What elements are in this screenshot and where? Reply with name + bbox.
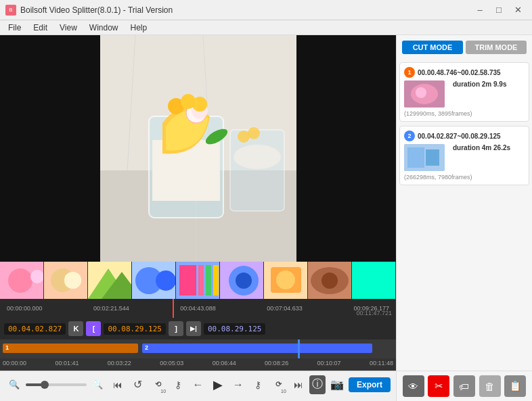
zoom-slider-handle[interactable] xyxy=(41,381,49,389)
svg-point-36 xyxy=(236,273,252,289)
menu-help[interactable]: Help xyxy=(125,22,153,34)
key-right-button[interactable]: ⚷ xyxy=(250,375,267,395)
segment-bar-2 xyxy=(142,344,372,353)
rewind-button[interactable]: ↺ xyxy=(129,375,147,395)
step-back-button[interactable]: ⟲ 10 xyxy=(149,375,167,395)
segment-duration-1: duration 2m 9.9s xyxy=(453,80,506,88)
menu-edit[interactable]: Edit xyxy=(28,22,53,34)
segment-badge-1: 1 xyxy=(404,67,415,78)
svg-rect-31 xyxy=(198,265,204,296)
timeline-marker-2: 00:04:43.088 xyxy=(180,305,216,312)
bracket-open-button[interactable]: [ xyxy=(86,321,101,336)
arrow-left-button[interactable]: ← xyxy=(190,375,207,395)
play-button[interactable]: ▶ xyxy=(209,375,227,395)
info-button[interactable]: ⓘ xyxy=(309,375,326,394)
step-fwd-button[interactable]: ⟳ 10 xyxy=(269,375,287,395)
filmstrip-cell-8 xyxy=(308,262,352,299)
filmstrip-cell-4 xyxy=(132,262,176,299)
segment-bar-1 xyxy=(3,344,138,353)
app-icon: B xyxy=(5,5,16,16)
clip-button[interactable]: 📋 xyxy=(504,375,526,397)
segment-card-1: 1 00.00.48.746~00.02.58.735 duration 2m … xyxy=(399,62,529,122)
segment-footer-2: (266298ms, 7980frames) xyxy=(404,174,525,181)
svg-rect-32 xyxy=(206,265,211,296)
svg-rect-24 xyxy=(64,272,81,289)
cut-button[interactable]: ✂ xyxy=(428,375,449,397)
preview-button[interactable]: 👁 xyxy=(403,375,424,397)
tag-button[interactable]: 🏷 xyxy=(453,375,475,397)
maximize-button[interactable]: □ xyxy=(490,3,508,18)
svg-point-45 xyxy=(416,87,426,98)
close-button[interactable]: ✕ xyxy=(509,3,527,18)
mode-buttons: CUT MODE TRIM MODE xyxy=(397,35,532,60)
prev-frame-button[interactable]: ⏮ xyxy=(109,375,127,395)
menu-window[interactable]: Window xyxy=(84,22,124,34)
filmstrip-cell-2 xyxy=(44,262,88,299)
timeline-marker-0: 00:00:00.000 xyxy=(7,305,43,312)
seg-label-1: 1 xyxy=(5,344,9,351)
menu-file[interactable]: File xyxy=(3,22,26,34)
timeline-marker-1: 00:02:21.544 xyxy=(93,305,129,312)
zoom-in-button[interactable]: 🔍 xyxy=(89,375,107,395)
menu-view[interactable]: View xyxy=(54,22,83,34)
k-button[interactable]: K xyxy=(68,321,83,336)
seg-time-1: 00:01:41 xyxy=(55,360,79,369)
cut-controls: 00.04.02.827 K [ 00.08.29.125 ] ▶| 00.08… xyxy=(0,318,396,339)
next-frame-button[interactable]: ⏭ xyxy=(290,375,307,395)
zoom-slider-container[interactable] xyxy=(26,383,87,386)
video-area: 00:00:00.000 00:02:21.544 00:04:43.088 0… xyxy=(0,35,396,401)
video-frame-svg xyxy=(0,35,396,262)
svg-point-39 xyxy=(276,270,295,289)
seg-time-0: 00:00:00 xyxy=(3,360,26,369)
segment-time-range-2: 00.04.02.827~00.08.29.125 xyxy=(418,133,501,140)
trim-mode-button[interactable]: TRIM MODE xyxy=(466,41,527,54)
bracket-close-button[interactable]: ] xyxy=(169,321,183,336)
filmstrip-cell-cyan xyxy=(352,262,396,299)
bottom-toolbar: 🔍 🔍 ⏮ ↺ ⟲ 10 ⚷ ← ▶ xyxy=(0,371,396,398)
app-title: Boilsoft Video Splitter(8.0.1) - Trial V… xyxy=(20,5,173,15)
arrow-right-button[interactable]: → xyxy=(229,375,247,395)
end-time-display: 00.08.29.125 xyxy=(104,323,165,335)
filmstrip-cell-7 xyxy=(264,262,308,299)
goto-end-button[interactable]: ▶| xyxy=(186,321,201,336)
timeline-marker-3: 00:07:04.633 xyxy=(267,305,303,312)
seg-time-3: 00:05:03 xyxy=(160,360,183,369)
minimize-button[interactable]: – xyxy=(471,3,489,18)
seg-time-7: 00:11:48 xyxy=(370,360,393,369)
svg-rect-47 xyxy=(407,147,424,168)
segment-thumbnail-1 xyxy=(404,80,445,108)
filmstrip-cell-5 xyxy=(176,262,220,299)
title-bar-controls: – □ ✕ xyxy=(471,3,527,18)
timeline-header: 00:00:00.000 00:02:21.544 00:04:43.088 0… xyxy=(0,299,396,318)
segment-thumbnail-2 xyxy=(404,144,445,171)
start-time-display: 00.04.02.827 xyxy=(4,323,66,335)
segment-badge-2: 2 xyxy=(404,131,415,141)
svg-point-20 xyxy=(8,268,32,293)
key-button[interactable]: ⚷ xyxy=(169,375,187,395)
seg-time-5: 00:08:26 xyxy=(265,360,288,369)
svg-point-17 xyxy=(248,127,260,139)
screenshot-button[interactable]: 📷 xyxy=(328,375,346,395)
svg-point-15 xyxy=(234,145,281,169)
cut-mode-button[interactable]: CUT MODE xyxy=(402,41,463,54)
filmstrip-cell-3 xyxy=(88,262,132,299)
export-button[interactable]: Export xyxy=(349,377,391,392)
segment-time-range-1: 00.00.48.746~00.02.58.735 xyxy=(418,69,501,76)
segment-footer-1: (129990ms, 3895frames) xyxy=(404,110,525,117)
right-time-display: 00.08.29.125 xyxy=(204,323,265,335)
current-time-display: 00:11:47.721 xyxy=(356,310,392,316)
video-preview xyxy=(0,35,396,262)
seg-time-4: 00:06:44 xyxy=(213,360,236,369)
svg-rect-30 xyxy=(179,265,196,296)
svg-point-42 xyxy=(322,273,338,289)
segment-timeline[interactable]: 1 2 xyxy=(0,339,396,358)
svg-rect-48 xyxy=(426,149,439,166)
delete-button[interactable]: 🗑 xyxy=(479,375,501,397)
right-panel: CUT MODE TRIM MODE 1 00.00.48.746~00.02.… xyxy=(396,35,532,401)
zoom-out-button[interactable]: 🔍 xyxy=(5,375,23,395)
title-bar: B Boilsoft Video Splitter(8.0.1) - Trial… xyxy=(0,0,532,20)
svg-rect-33 xyxy=(213,265,219,296)
seg-time-2: 00:03:22 xyxy=(108,360,131,369)
filmstrip xyxy=(0,262,396,299)
svg-point-12 xyxy=(192,97,207,112)
